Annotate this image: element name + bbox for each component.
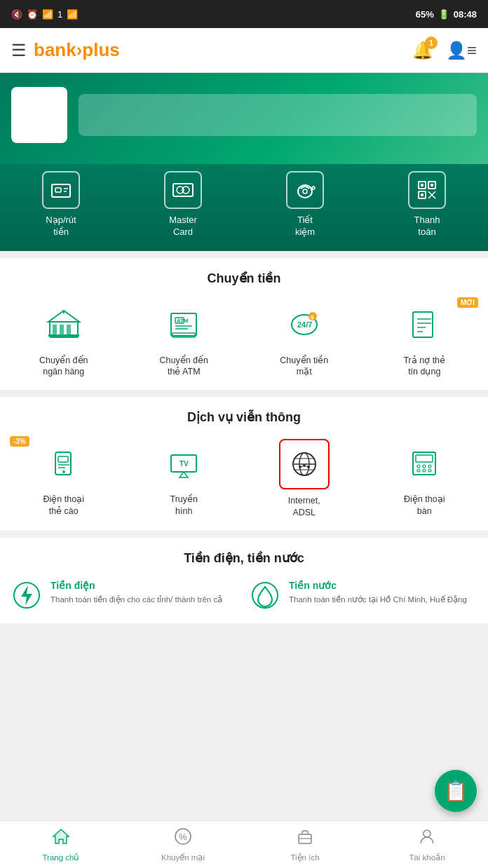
svg-text:ATM: ATM bbox=[177, 318, 189, 324]
tai-khoan-label: Tài khoản bbox=[409, 853, 445, 862]
profile-button[interactable]: 👤≡ bbox=[446, 41, 477, 60]
trang-chu-label: Trang chủ bbox=[43, 853, 80, 862]
internet-label: Internet,ADSL bbox=[288, 495, 320, 518]
tien-dien-card[interactable]: Tiền điện Thanh toán tiền điện cho các t… bbox=[11, 580, 238, 611]
tien-nuoc-text: Tiền nước Thanh toán tiền nước tại Hồ Ch… bbox=[289, 580, 467, 605]
khuyen-mai-label: Khuyến mại bbox=[161, 853, 205, 862]
svg-rect-25 bbox=[48, 334, 79, 337]
vien-thong-title: Dịch vụ viễn thông bbox=[7, 409, 481, 425]
the-cao-label: Điện thoạithẻ cào bbox=[43, 494, 84, 517]
percent-icon: % bbox=[174, 827, 192, 850]
fab-icon: 📋 bbox=[444, 780, 468, 803]
chuyen-ngan-hang-item[interactable]: Chuyển đếnngân hàng bbox=[7, 300, 121, 378]
tien-nuoc-icon bbox=[250, 580, 280, 611]
mastercard-label: MasterCard bbox=[169, 215, 197, 238]
tiet-kiem-icon bbox=[286, 171, 324, 209]
svg-rect-24 bbox=[67, 325, 71, 334]
battery-text: 65% bbox=[416, 9, 434, 20]
nav-trang-chu[interactable]: Trang chủ bbox=[0, 821, 122, 868]
dien-thoai-ban-item[interactable]: Điện thoạibàn bbox=[368, 439, 482, 518]
user-icon bbox=[418, 827, 436, 850]
svg-marker-74 bbox=[53, 829, 69, 843]
nap-rut-label: Nạp/rúttiền bbox=[46, 215, 76, 238]
tien-dien-desc: Thanh toán tiền điện cho các tỉnh/ thành… bbox=[50, 594, 222, 605]
svg-point-10 bbox=[303, 189, 307, 194]
chuyen-tien-grid: Chuyển đếnngân hàng ATM Chuyển đếnthẻ AT… bbox=[7, 300, 481, 378]
svg-point-68 bbox=[423, 469, 426, 472]
svg-marker-51 bbox=[179, 472, 188, 477]
svg-text:$: $ bbox=[311, 314, 314, 320]
app-logo: bank›plus bbox=[34, 39, 120, 61]
svg-text:%: % bbox=[179, 832, 187, 842]
moi-badge: MỚI bbox=[457, 297, 478, 308]
svg-point-65 bbox=[423, 465, 426, 468]
quick-action-mastercard[interactable]: MasterCard bbox=[122, 171, 244, 238]
briefcase-icon bbox=[296, 827, 314, 850]
svg-point-12 bbox=[312, 187, 315, 189]
tien-dien-text: Tiền điện Thanh toán tiền điện cho các t… bbox=[50, 580, 222, 605]
tra-no-label: Trả nợ thẻtín dụng bbox=[403, 355, 445, 378]
notification-bell[interactable]: 🔔 1 bbox=[412, 41, 433, 60]
time-display: 08:48 bbox=[454, 9, 477, 20]
app-header: ☰ bank›plus 🔔 1 👤≡ bbox=[0, 28, 488, 73]
svg-point-79 bbox=[423, 830, 431, 837]
bottom-navigation: Trang chủ % Khuyến mại Tiện ích T bbox=[0, 820, 488, 868]
tra-no-icon bbox=[400, 300, 449, 349]
quick-action-thanh-toan[interactable]: Thanhtoán bbox=[366, 171, 488, 238]
account-info bbox=[79, 94, 477, 136]
header-logo: ☰ bank›plus bbox=[11, 39, 120, 61]
tien-nuoc-card[interactable]: Tiền nước Thanh toán tiền nước tại Hồ Ch… bbox=[250, 580, 477, 611]
fab-button[interactable]: 📋 bbox=[435, 770, 477, 812]
logo-plus: plus bbox=[82, 39, 119, 60]
nav-tien-ich[interactable]: Tiện ích bbox=[244, 821, 366, 868]
chuyen-ngan-hang-icon bbox=[39, 300, 88, 349]
svg-point-47 bbox=[62, 470, 65, 473]
menu-button[interactable]: ☰ bbox=[11, 41, 27, 60]
tien-nuoc-desc: Thanh toán tiền nước tại Hồ Chí Minh, Hu… bbox=[289, 594, 467, 605]
internet-adsl-item[interactable]: Internet,ADSL bbox=[248, 439, 361, 518]
svg-rect-44 bbox=[58, 456, 68, 462]
mastercard-icon bbox=[164, 171, 202, 209]
thanh-toan-icon bbox=[408, 171, 446, 209]
svg-rect-17 bbox=[431, 184, 433, 187]
svg-text:24/7: 24/7 bbox=[297, 320, 312, 329]
alarm-icon: ⏰ bbox=[27, 9, 38, 20]
nav-khuyen-mai[interactable]: % Khuyến mại bbox=[122, 821, 244, 868]
quick-action-tiet-kiem[interactable]: Tiếtkiệm bbox=[244, 171, 366, 238]
bell-badge: 1 bbox=[425, 36, 438, 49]
vien-thong-section: Dịch vụ viễn thông -3% Điện thoạithẻ cào… bbox=[0, 397, 488, 531]
svg-rect-1 bbox=[55, 188, 61, 192]
svg-rect-16 bbox=[421, 184, 423, 187]
svg-point-66 bbox=[428, 465, 431, 468]
chuyen-tien-section: Chuyển tiền Chuyển đếnngân hàng bbox=[0, 258, 488, 391]
quick-action-nap-rut[interactable]: Nạp/rúttiền bbox=[0, 171, 122, 238]
chuyen-mat-item[interactable]: 24/7 $ Chuyển tiềnmặt bbox=[248, 300, 361, 378]
wifi-icon: 📶 bbox=[42, 9, 53, 20]
thanh-toan-label: Thanhtoán bbox=[414, 215, 440, 238]
dien-thoai-the-cao-item[interactable]: -3% Điện thoạithẻ cào bbox=[7, 439, 121, 518]
truyen-hinh-icon: TV bbox=[159, 439, 208, 488]
tra-no-item[interactable]: MỚI Trả nợ thẻtín dụng bbox=[368, 300, 482, 378]
the-cao-icon bbox=[39, 439, 88, 488]
svg-rect-63 bbox=[416, 455, 433, 462]
chuyen-atm-item[interactable]: ATM Chuyển đếnthẻ ATM bbox=[128, 300, 241, 378]
tien-dien-title: Tiền điện bbox=[50, 580, 222, 591]
svg-marker-71 bbox=[21, 585, 32, 605]
tien-nuoc-title: Tiền nước bbox=[289, 580, 467, 591]
svg-rect-4 bbox=[173, 184, 193, 196]
header-icons: 🔔 1 👤≡ bbox=[412, 41, 477, 60]
battery-icon: 🔋 bbox=[438, 9, 449, 20]
truyen-hinh-label: Truyềnhình bbox=[170, 494, 198, 517]
nav-tai-khoan[interactable]: Tài khoản bbox=[366, 821, 488, 868]
svg-rect-22 bbox=[53, 325, 57, 334]
tien-dien-icon bbox=[11, 580, 42, 611]
chuyen-mat-label: Chuyển tiềnmặt bbox=[280, 355, 328, 378]
truyen-hinh-item[interactable]: TV Truyềnhình bbox=[128, 439, 241, 518]
user-avatar bbox=[11, 87, 67, 143]
sim-icon: 1 bbox=[57, 9, 62, 20]
svg-rect-23 bbox=[60, 325, 64, 334]
svg-rect-38 bbox=[413, 312, 433, 337]
logo-bank: bank bbox=[34, 39, 76, 60]
chuyen-atm-icon: ATM bbox=[159, 300, 208, 349]
utilities-grid: Tiền điện Thanh toán tiền điện cho các t… bbox=[11, 580, 477, 611]
